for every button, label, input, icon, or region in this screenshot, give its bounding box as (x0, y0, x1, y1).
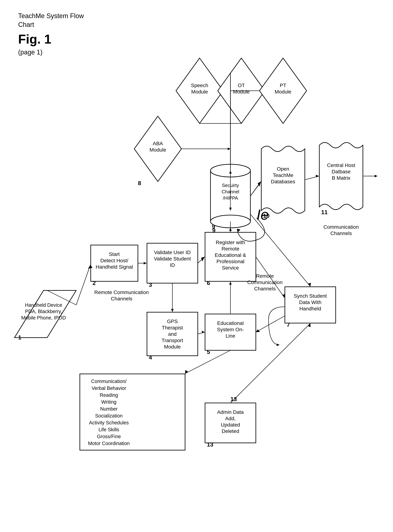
svg-rect-20 (80, 374, 185, 450)
n13-num: 13 (207, 441, 213, 448)
n13-text2: Add, (225, 416, 236, 421)
n6-text1: Register with (216, 240, 245, 245)
n8-text1: ABA (153, 141, 163, 146)
speech-text1: Speech (191, 83, 208, 88)
n7-num: 7 (287, 321, 290, 328)
n4-text3: and (168, 331, 177, 337)
node-3-group: Validate User ID Validate Student ID 3 (147, 243, 198, 288)
n2-text1: Start (109, 251, 120, 257)
n3-num: 3 (149, 281, 152, 288)
node-2-group: Start Detect Host/ Handheld Signal 2 (91, 245, 138, 286)
node-6-group: Register with Remote Educational & Profe… (205, 232, 256, 286)
n3-text3: ID (170, 262, 175, 268)
n6-text5: Service (222, 265, 239, 271)
pt-text2: Module (275, 89, 291, 94)
curr-text8: Life Skills (98, 427, 119, 432)
n3-text1: Validate User ID (154, 250, 191, 255)
n10-text1: Open (277, 166, 290, 172)
n10-text2: TeachMe (273, 172, 293, 178)
curr-text4: Writing (101, 399, 117, 405)
title-text: TeachMe System Flow (18, 12, 84, 20)
speech-text2: Module (191, 89, 208, 94)
n6-text2: Remote (221, 246, 239, 251)
n2-text3: Handheld Signal (96, 264, 133, 270)
node-13-group: Admin Data Add, Updated Deleted 13 (205, 403, 256, 448)
curriculum-box: Communication/ Verbal Behavior Reading W… (80, 374, 185, 450)
comm-channels-label1: Communication (324, 224, 359, 230)
n3-text2: Validate Student (154, 256, 191, 261)
curr-text1: Communication/ (91, 379, 127, 384)
ie-symbol: Ie (256, 207, 269, 223)
n11-num: 11 (321, 209, 328, 216)
n5-text2: System On- (217, 327, 244, 332)
n2-text2: Detect Host/ (100, 258, 128, 263)
n7-text3: Handheld (299, 306, 321, 311)
n11-text3: B Matrix (332, 175, 351, 181)
n13-text4: Deleted (222, 428, 239, 434)
fig-page-label: (page 1) (18, 49, 42, 56)
fig-1-label: Fig. 1 (18, 32, 51, 46)
n6-num: 6 (207, 280, 210, 286)
comm-channels-label2: Channels (330, 231, 352, 236)
curr-text5: Number (100, 406, 118, 412)
n4-text2: Therapist (162, 325, 183, 330)
n9-num-clean: 9 (212, 223, 215, 230)
n13-num-label: 13 (231, 396, 237, 402)
n6-text4: Professional (216, 259, 244, 264)
n11-text2: Datbase (332, 169, 351, 174)
remote-comm-label1: Remote Communication (94, 290, 149, 295)
ot-text1: OT (238, 83, 245, 88)
n1-num: 1 (18, 334, 21, 341)
page: TeachMe System Flow Chart Fig. 1 (page 1… (0, 0, 393, 532)
curr-text7: Activity Schedules (89, 420, 129, 425)
n13-text3: Updated (221, 422, 240, 428)
n11-text1: Central Host (327, 163, 355, 168)
n6-text3: Educational & (215, 252, 246, 258)
n7-text2: Data With (299, 300, 321, 305)
curr-text10: Motor Coordination (88, 441, 130, 446)
curr-text6: Socialization (95, 413, 123, 419)
remote-comm-label2: Channels (111, 296, 132, 301)
node-5-group: Educational System On- Line 5 (205, 314, 256, 355)
n5-num: 5 (207, 349, 210, 355)
pt-text1: PT (280, 83, 286, 88)
n8-num: 8 (138, 180, 141, 186)
n2-num: 2 (93, 280, 96, 286)
remote-comm2-label3: Channels (254, 286, 276, 291)
title-text2: Chart (18, 21, 34, 28)
ot-text2: Module (233, 89, 250, 94)
remote-comm2-label1: Remote (256, 273, 274, 279)
n1-text2: PDA, Blackberry, (25, 309, 62, 314)
n8-text2: Module (149, 147, 166, 153)
n7-text1: Synch Student (294, 293, 327, 299)
n13-text1: Admin Data (217, 409, 244, 415)
n4-text4: Transport (162, 338, 183, 343)
curr-text2: Verbal Behavior (92, 385, 126, 391)
n5-text3: Line (226, 333, 235, 339)
n1-text3: Mobile Phone, IPOD (21, 315, 66, 320)
node-11-group: Central Host Datbase B Matrix 11 (319, 143, 363, 216)
node-7-group: Synch Student Data With Handheld 7 (285, 287, 336, 328)
node-4-group: GPS Therapist and Transport Module 4 (147, 312, 198, 361)
n5-text1: Educational (217, 320, 244, 326)
remote-comm2-label2: Communication (247, 280, 283, 285)
n4-text5: Module (164, 344, 181, 350)
n4-num: 4 (149, 354, 152, 361)
curr-text9: Gross/Fine (97, 434, 121, 439)
n1-text1: Handheld Device (25, 302, 62, 308)
n10-text3: Databases (271, 179, 295, 184)
n4-text1: GPS (167, 319, 178, 324)
curr-text3: Reading (100, 392, 118, 398)
